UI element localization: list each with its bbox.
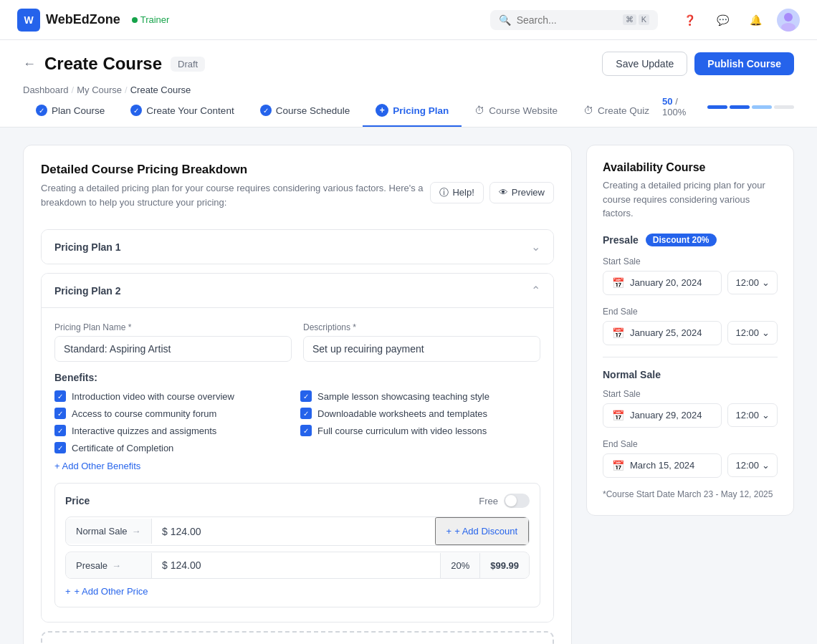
tab-check-icon: ✓ <box>36 105 47 116</box>
progress-seg-1 <box>707 105 727 109</box>
calendar-icon-4: 📅 <box>612 460 624 471</box>
breadcrumb-my-course[interactable]: My Course <box>77 85 122 95</box>
presale-input[interactable] <box>152 552 440 578</box>
benefit-item-4: ✓ Certificate of Completion <box>54 442 295 453</box>
trainer-dot-icon <box>132 17 138 23</box>
progress-seg-3 <box>752 105 772 109</box>
pricing-plan-2-label: Pricing Plan 2 <box>54 285 121 297</box>
add-other-price-button[interactable]: + + Add Other Price <box>65 586 148 597</box>
normal-end-label: End Sale <box>603 439 778 449</box>
save-update-button[interactable]: Save Update <box>602 52 687 76</box>
free-toggle-switch[interactable] <box>504 494 530 508</box>
header-icons: ❓ 💬 🔔 <box>678 9 800 32</box>
pricing-plan-2-header[interactable]: Pricing Plan 2 ⌃ <box>42 274 553 307</box>
checkbox-icon-5[interactable]: ✓ <box>300 390 312 402</box>
plan2-name-input[interactable] <box>54 336 292 362</box>
publish-course-button[interactable]: Publish Course <box>694 52 794 75</box>
add-benefit-button[interactable]: + Add Other Benefits <box>54 461 140 471</box>
breadcrumb-dashboard[interactable]: Dashboard <box>23 85 69 95</box>
presale-start-time-select[interactable]: 12:00 ⌄ <box>727 271 778 294</box>
plan2-form-row: Pricing Plan Name * Descriptions * <box>54 322 540 362</box>
normal-start-time-select[interactable]: 12:00 ⌄ <box>727 403 778 427</box>
progress-seg-2 <box>730 105 750 109</box>
normal-end-section: End Sale 📅 March 15, 2024 12:00 ⌄ <box>603 439 778 478</box>
checkbox-icon-6[interactable]: ✓ <box>300 408 312 419</box>
calendar-icon-2: 📅 <box>612 327 624 339</box>
presale-end-date-input[interactable]: 📅 January 25, 2024 <box>603 321 722 345</box>
availability-title: Availability Course <box>603 161 778 174</box>
progress-text: 50 / 100% <box>662 96 700 117</box>
back-button[interactable]: ← <box>23 57 36 72</box>
card-header-row: Detailed Course Pricing Breakdown Creati… <box>41 163 554 222</box>
benefit-text-2: Access to course community forum <box>72 408 216 419</box>
help-icon[interactable]: ❓ <box>678 9 701 32</box>
avatar[interactable] <box>777 9 800 32</box>
arrow-right-icon2: → <box>112 560 121 571</box>
divider <box>603 357 778 357</box>
normal-start-label: Start Sale <box>603 389 778 399</box>
search-bar[interactable]: 🔍 ⌘ K <box>490 10 658 30</box>
presale-start-time-value: 12:00 <box>735 277 759 288</box>
calendar-icon-3: 📅 <box>612 410 624 421</box>
page-header-top: ← Create Course Draft Save Update Publis… <box>23 52 794 76</box>
logo-icon: W <box>17 9 40 32</box>
card-desc: Creating a detailed pricing plan for you… <box>41 181 430 209</box>
checkbox-icon-2[interactable]: ✓ <box>54 408 66 419</box>
pricing-plan-1-header[interactable]: Pricing Plan 1 ⌄ <box>42 230 553 264</box>
plan2-name-group: Pricing Plan Name * <box>54 322 292 362</box>
benefit-text-6: Downloadable worksheets and templates <box>317 408 487 419</box>
checkbox-icon-1[interactable]: ✓ <box>54 390 66 402</box>
search-input[interactable] <box>517 14 617 26</box>
normal-sale-row: Normal Sale → + + Add Discount <box>65 516 530 546</box>
plan2-desc-group: Descriptions * <box>303 322 540 362</box>
plan2-name-label: Pricing Plan Name * <box>54 322 292 332</box>
checkbox-icon-4[interactable]: ✓ <box>54 442 66 453</box>
notifications-icon[interactable]: 🔔 <box>744 9 767 32</box>
price-section: Price Free Normal Sale <box>54 483 540 607</box>
breadcrumb-sep1: / <box>72 85 75 95</box>
page-title: Create Course <box>44 54 162 74</box>
main-content: Detailed Course Pricing Breakdown Creati… <box>0 128 817 644</box>
presale-availability-row: Presale Discount 20% <box>603 234 778 246</box>
preview-label: Preview <box>512 187 545 198</box>
tab-plan-course[interactable]: ✓ Plan Course <box>23 96 118 126</box>
help-label: Help! <box>452 187 474 198</box>
presale-label: Presale <box>76 560 108 571</box>
normal-end-row: 📅 March 15, 2024 12:00 ⌄ <box>603 453 778 478</box>
checkbox-icon-3[interactable]: ✓ <box>54 425 66 436</box>
tab-create-quiz[interactable]: ⏱ Create Quiz <box>570 96 662 126</box>
breadcrumb: Dashboard / My Course / Create Course <box>23 85 794 95</box>
tab-clock-icon2: ⏱ <box>583 105 593 116</box>
card-actions: ⓘ Help! 👁 Preview <box>430 182 554 203</box>
pricing-plan-2-body: Pricing Plan Name * Descriptions * Benef… <box>42 307 553 622</box>
pricing-plan-1-label: Pricing Plan 1 <box>54 241 121 253</box>
right-panel: Availability Course Creating a detailed … <box>586 145 794 644</box>
progress-value: 50 <box>662 96 672 107</box>
normal-start-date-input[interactable]: 📅 January 29, 2024 <box>603 403 722 428</box>
add-discount-button[interactable]: + + Add Discount <box>435 517 529 545</box>
presale-start-section: Start Sale 📅 January 20, 2024 12:00 ⌄ <box>603 256 778 295</box>
plan2-desc-input[interactable] <box>303 336 540 362</box>
presale-row: Presale → 20% $99.99 <box>65 552 530 579</box>
preview-button[interactable]: 👁 Preview <box>489 182 554 203</box>
trainer-badge: Trainer <box>132 14 170 25</box>
messages-icon[interactable]: 💬 <box>711 9 734 32</box>
normal-end-date-input[interactable]: 📅 March 15, 2024 <box>603 453 722 478</box>
pricing-plan-2-accordion: Pricing Plan 2 ⌃ Pricing Plan Name * Des… <box>41 273 554 623</box>
presale-start-date-input[interactable]: 📅 January 20, 2024 <box>603 271 722 295</box>
presale-end-section: End Sale 📅 January 25, 2024 12:00 ⌄ <box>603 307 778 345</box>
presale-end-time-select[interactable]: 12:00 ⌄ <box>727 321 778 345</box>
normal-end-time-select[interactable]: 12:00 ⌄ <box>727 453 778 477</box>
add-new-plan-button[interactable]: + + Add New Plan <box>41 631 554 644</box>
tab-pricing-plan[interactable]: + Pricing Plan <box>363 95 462 127</box>
tab-create-content[interactable]: ✓ Create Your Content <box>118 96 247 126</box>
benefit-text-1: Introduction video with course overview <box>72 391 234 402</box>
benefits-label: Benefits: <box>54 372 540 383</box>
checkbox-icon-7[interactable]: ✓ <box>300 425 312 436</box>
tab-course-website[interactable]: ⏱ Course Website <box>462 96 570 126</box>
help-button[interactable]: ⓘ Help! <box>430 182 483 203</box>
course-date-note: *Course Start Date March 23 - May 12, 20… <box>603 489 778 499</box>
tab-course-schedule[interactable]: ✓ Course Schedule <box>247 96 363 126</box>
normal-sale-input[interactable] <box>152 519 435 544</box>
calendar-icon-1: 📅 <box>612 277 624 289</box>
